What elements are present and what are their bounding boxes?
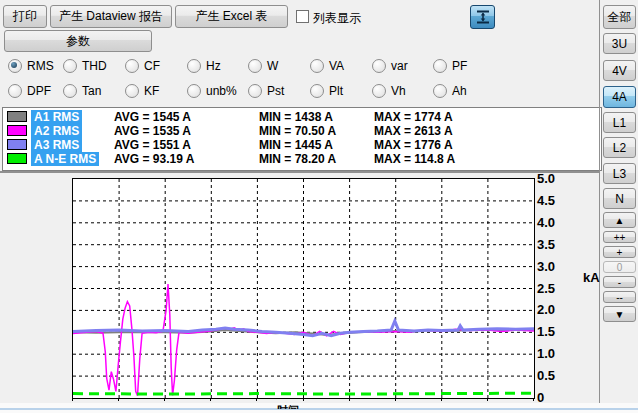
legend-row: A3 RMSAVG = 1551 AMIN = 1445 AMAX = 1776… [3, 138, 601, 152]
sidebar-button-3U[interactable]: 3U [603, 33, 636, 54]
radio-pf[interactable]: PF [433, 59, 467, 73]
radio-dpf[interactable]: DPF [8, 84, 51, 98]
radio-w[interactable]: W [248, 59, 278, 73]
sidebar-zoom-button-5[interactable]: - [603, 276, 636, 288]
y-tick-label: 2.0 [537, 302, 577, 317]
radio-circle [187, 59, 201, 73]
radio-circle [372, 84, 386, 98]
radio-circle [433, 59, 447, 73]
vertical-scale-button[interactable] [470, 5, 495, 29]
legend-min-value: MIN = 1445 A [259, 138, 333, 152]
radio-label: Tan [82, 84, 101, 98]
y-tick-label: 4.0 [537, 215, 577, 230]
radio-hz[interactable]: Hz [187, 59, 221, 73]
params-button[interactable]: 参数 [4, 30, 152, 52]
legend-panel: A1 RMSAVG = 1545 AMIN = 1438 AMAX = 1774… [2, 107, 602, 171]
radio-label: CF [144, 59, 160, 73]
legend-min-value: MIN = 70.50 A [259, 124, 336, 138]
radio-label: KF [144, 84, 159, 98]
radio-rms[interactable]: RMS [8, 59, 54, 73]
legend-avg-value: AVG = 1535 A [114, 124, 191, 138]
radio-circle [187, 84, 201, 98]
radio-circle [63, 84, 77, 98]
sidebar-button-全部[interactable]: 全部 [603, 5, 636, 29]
x-tick-mark [349, 398, 350, 401]
sidebar-button-L2[interactable]: L2 [603, 137, 636, 158]
legend-max-value: MAX = 1774 A [374, 110, 453, 124]
sidebar-zoom-button-6[interactable]: -- [603, 291, 636, 303]
sidebar-button-4V[interactable]: 4V [603, 60, 636, 81]
legend-avg-value: AVG = 93.19 A [114, 152, 194, 166]
sidebar-zoom-button-1[interactable]: ▲ [603, 212, 636, 228]
x-tick-mark [210, 398, 211, 401]
radio-label: var [391, 59, 408, 73]
sidebar-zoom-button-3[interactable]: + [603, 246, 636, 258]
radio-thd[interactable]: THD [63, 59, 107, 73]
legend-avg-value: AVG = 1545 A [114, 110, 191, 124]
radio-circle [248, 59, 262, 73]
sidebar-button-L1[interactable]: L1 [603, 112, 636, 133]
xaxis-label-clipped: 时间 [277, 405, 299, 409]
legend-max-value: MAX = 114.8 A [374, 152, 455, 166]
radio-label: W [267, 59, 278, 73]
radio-label: unb% [206, 84, 237, 98]
list-display-label: 列表显示 [313, 10, 361, 27]
list-display-checkbox[interactable] [296, 10, 309, 23]
radio-kf[interactable]: KF [125, 84, 159, 98]
sidebar-button-4A[interactable]: 4A [603, 86, 636, 108]
radio-circle [125, 84, 139, 98]
legend-max-value: MAX = 2613 A [374, 124, 453, 138]
radio-circle [310, 59, 324, 73]
radio-label: Hz [206, 59, 221, 73]
radio-label: VA [329, 59, 344, 73]
legend-series-name[interactable]: A N-E RMS [31, 152, 99, 166]
excel-table-button[interactable]: 产生 Excel 表 [175, 5, 288, 28]
radio-circle [433, 84, 447, 98]
radio-tan[interactable]: Tan [63, 84, 101, 98]
radio-label: Ah [452, 84, 467, 98]
radio-var[interactable]: var [372, 59, 408, 73]
legend-max-value: MAX = 1776 A [374, 138, 453, 152]
radio-cf[interactable]: CF [125, 59, 160, 73]
legend-color-swatch [7, 125, 27, 136]
sidebar-zoom-button-7[interactable]: ▼ [603, 306, 636, 322]
radio-va[interactable]: VA [310, 59, 344, 73]
horizontal-divider [0, 171, 600, 173]
legend-avg-value: AVG = 1551 A [114, 138, 191, 152]
radio-circle [63, 59, 77, 73]
radio-label: PF [452, 59, 467, 73]
radio-circle [8, 59, 22, 73]
legend-min-value: MIN = 78.20 A [259, 152, 336, 166]
radio-label: DPF [27, 84, 51, 98]
radio-label: RMS [27, 59, 54, 73]
legend-color-swatch [7, 139, 27, 150]
legend-series-name[interactable]: A2 RMS [31, 124, 82, 138]
sidebar-button-L3[interactable]: L3 [603, 163, 636, 184]
x-tick-mark [118, 398, 119, 401]
y-tick-label: 1.5 [537, 324, 577, 339]
radio-circle [8, 84, 22, 98]
legend-series-name[interactable]: A1 RMS [31, 110, 82, 124]
sidebar-zoom-button-4[interactable]: 0 [603, 261, 636, 273]
sidebar-zoom-button-2[interactable]: ++ [603, 231, 636, 243]
bottom-strip [0, 403, 638, 413]
y-tick-label: 5.0 [537, 171, 577, 186]
y-tick-label: 1.0 [537, 346, 577, 361]
y-tick-label: 0.5 [537, 368, 577, 383]
radio-unb%[interactable]: unb% [187, 84, 237, 98]
x-tick-mark [303, 398, 304, 401]
dataview-report-button[interactable]: 产生 Dataview 报告 [50, 5, 172, 28]
legend-color-swatch [7, 111, 27, 122]
radio-ah[interactable]: Ah [433, 84, 467, 98]
radio-plt[interactable]: Plt [310, 84, 343, 98]
sidebar-button-N[interactable]: N [603, 188, 636, 209]
y-tick-label: 4.5 [537, 193, 577, 208]
radio-vh[interactable]: Vh [372, 84, 406, 98]
legend-series-name[interactable]: A3 RMS [31, 138, 82, 152]
radio-pst[interactable]: Pst [248, 84, 284, 98]
y-tick-label: 2.5 [537, 281, 577, 296]
print-button[interactable]: 打印 [3, 5, 47, 28]
chart-plot-area[interactable] [72, 178, 535, 399]
chart-canvas [73, 179, 534, 398]
y-tick-label: 3.0 [537, 259, 577, 274]
